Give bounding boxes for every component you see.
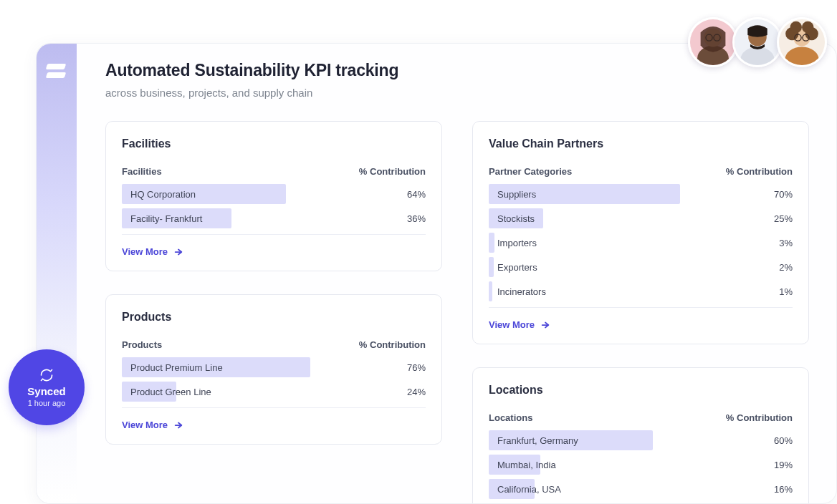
svg-point-17	[802, 21, 813, 33]
sync-status-text: Synced	[27, 385, 65, 397]
table-row: Exporters2%	[489, 257, 793, 277]
contribution-header: % Contribution	[726, 166, 793, 177]
row-value: 25%	[765, 213, 793, 224]
card-title: Value Chain Partners	[489, 137, 793, 150]
avatar	[688, 17, 738, 67]
row-label: Importers	[489, 238, 537, 248]
row-value: 16%	[765, 484, 793, 495]
arrow-right-icon	[173, 247, 183, 257]
divider	[489, 307, 793, 308]
row-value: 3%	[770, 238, 793, 248]
row-value: 19%	[765, 460, 793, 470]
row-value: 76%	[398, 362, 426, 373]
avatars-group	[694, 17, 827, 67]
row-value: 64%	[398, 189, 426, 200]
dashboard-panel: Automated Sustainability KPI tracking ac…	[36, 43, 837, 504]
table-row: Importers3%	[489, 233, 793, 253]
card-title: Locations	[489, 384, 793, 397]
card-value-chain-partners: Value Chain Partners Partner Categories …	[472, 121, 809, 344]
app-logo-icon	[47, 64, 67, 82]
list-header: Products % Contribution	[122, 339, 426, 350]
table-row: Incinerators1%	[489, 281, 793, 301]
card-title: Facilities	[122, 137, 426, 150]
table-row: Product Premium Line76%	[122, 357, 426, 377]
arrow-right-icon	[540, 320, 550, 330]
view-more-button[interactable]: View More	[122, 420, 183, 430]
row-label: Incinerators	[489, 286, 546, 297]
table-row: HQ Corporation64%	[122, 184, 426, 204]
card-locations: Locations Locations % Contribution Frank…	[472, 367, 809, 503]
avatar	[777, 17, 827, 67]
list-label: Partner Categories	[489, 166, 572, 177]
table-row: Product Green Line24%	[122, 382, 426, 402]
page-subtitle: across business, projects, and supply ch…	[105, 87, 398, 99]
row-label: Frankfurt, Germany	[489, 435, 578, 446]
list-label: Facilities	[122, 166, 162, 177]
row-label: Suppliers	[489, 189, 536, 200]
table-row: Facility- Frankfurt36%	[122, 208, 426, 228]
page-title: Automated Sustainability KPI tracking	[105, 61, 398, 80]
sync-time-text: 1 hour ago	[28, 399, 66, 407]
view-more-label: View More	[489, 319, 535, 330]
row-label: Product Green Line	[122, 387, 211, 397]
row-value: 24%	[398, 387, 426, 397]
row-value: 36%	[398, 213, 426, 224]
card-facilities: Facilities Facilities % Contribution HQ …	[105, 121, 442, 271]
list-header: Facilities % Contribution	[122, 166, 426, 177]
list-label: Products	[122, 339, 162, 350]
table-row: Mumbai, India19%	[489, 455, 793, 475]
avatar	[732, 17, 783, 67]
view-more-label: View More	[122, 420, 168, 430]
arrow-right-icon	[173, 420, 183, 430]
contribution-header: % Contribution	[359, 339, 426, 350]
list-label: Locations	[489, 412, 532, 423]
view-more-button[interactable]: View More	[122, 246, 183, 257]
contribution-header: % Contribution	[359, 166, 426, 177]
list-header: Partner Categories % Contribution	[489, 166, 793, 177]
row-label: Mumbai, India	[489, 460, 556, 470]
divider	[122, 407, 426, 408]
row-label: Exporters	[489, 262, 537, 273]
divider	[122, 234, 426, 235]
row-label: Product Premium Line	[122, 362, 223, 373]
sync-icon	[39, 368, 54, 382]
row-value: 60%	[765, 435, 793, 446]
view-more-button[interactable]: View More	[489, 319, 550, 330]
table-row: California, USA16%	[489, 479, 793, 499]
row-label: California, USA	[489, 484, 561, 495]
list-header: Locations % Contribution	[489, 412, 793, 423]
card-title: Products	[122, 311, 426, 324]
row-label: Facility- Frankfurt	[122, 213, 202, 224]
table-row: Frankfurt, Germany60%	[489, 430, 793, 450]
row-value: 1%	[770, 286, 793, 297]
svg-point-16	[790, 21, 802, 33]
contribution-header: % Contribution	[726, 412, 793, 423]
sync-status-badge: Synced 1 hour ago	[9, 349, 85, 425]
table-row: Suppliers70%	[489, 184, 793, 204]
view-more-label: View More	[122, 246, 168, 257]
card-products: Products Products % Contribution Product…	[105, 294, 442, 445]
table-row: Stockists25%	[489, 208, 793, 228]
row-value: 70%	[765, 189, 793, 200]
sidebar	[37, 44, 77, 503]
row-label: HQ Corporation	[122, 189, 196, 200]
page-header: Automated Sustainability KPI tracking ac…	[105, 61, 398, 99]
row-label: Stockists	[489, 213, 535, 224]
row-value: 2%	[770, 262, 793, 273]
